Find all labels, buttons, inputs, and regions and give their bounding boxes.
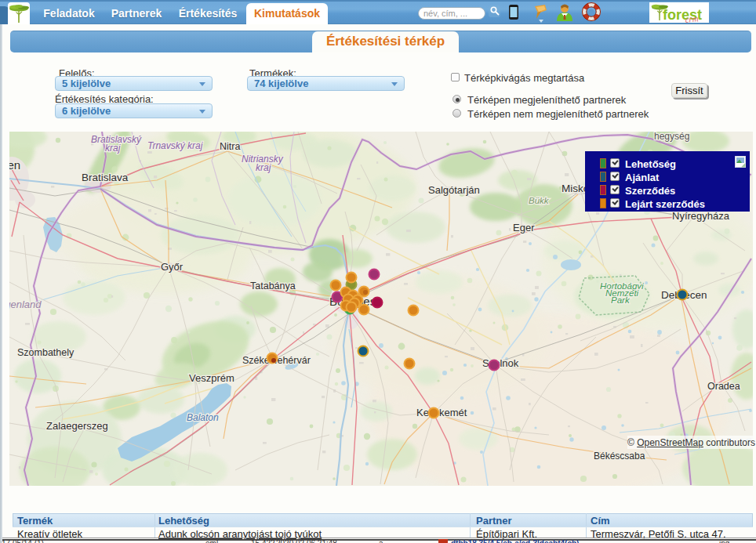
svg-text:Nitra: Nitra [220,141,240,152]
svg-text:Szolnok: Szolnok [482,357,519,369]
svg-text:Eger: Eger [513,222,535,233]
svg-text:Wien: Wien [9,158,20,172]
svg-text:Salgótarján: Salgótarján [428,184,480,196]
svg-text:Burgenland: Burgenland [9,299,42,310]
svg-text:Tatabánya: Tatabánya [250,281,296,291]
svg-text:Békéscsaba: Békéscsaba [594,451,645,462]
svg-text:Bükk: Bükk [529,196,550,205]
svg-text:kraj: kraj [256,162,271,173]
svg-text:kraj: kraj [105,143,121,154]
svg-text:Oradea: Oradea [707,381,740,392]
svg-text:Bratislava: Bratislava [82,172,129,183]
svg-text:Veszprém: Veszprém [189,372,234,384]
svg-text:Szombathely: Szombathely [17,347,75,358]
svg-text:hegység: hegység [654,132,689,142]
svg-text:Nyíregyháza: Nyíregyháza [672,210,730,222]
svg-text:Trnavský kraj: Trnavský kraj [147,140,203,151]
svg-text:Park: Park [611,295,631,305]
svg-text:Balaton: Balaton [187,412,219,423]
svg-text:Kecskemét: Kecskemét [416,407,467,418]
svg-text:Zalaegerszeg: Zalaegerszeg [46,420,108,432]
svg-text:crm: crm [685,13,699,23]
svg-text:Győr: Győr [161,261,184,273]
